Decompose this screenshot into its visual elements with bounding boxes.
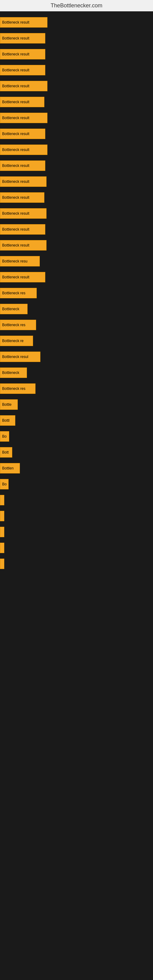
site-title: TheBottlenecker.com <box>0 0 153 11</box>
bottleneck-bar: Bottleneck result <box>0 192 45 203</box>
bottleneck-bar: Bottleneck result <box>0 145 48 155</box>
bottleneck-bar: Bottleneck result <box>0 33 45 43</box>
bar-row: Bottleneck resu <box>0 253 153 269</box>
bar-row: Bottleneck result <box>0 269 153 285</box>
bottleneck-bar <box>0 495 4 505</box>
bar-row: Bottleneck result <box>0 62 153 78</box>
bar-row: Bottleneck result <box>0 142 153 158</box>
bar-row: Bottleneck res <box>0 381 153 396</box>
bar-row: Bo <box>0 428 153 444</box>
bottleneck-bar: Bottleneck re <box>0 336 33 346</box>
bar-row: Bottleneck result <box>0 173 153 189</box>
bottleneck-bar: Bottleneck result <box>0 240 46 250</box>
bottleneck-bar <box>0 542 4 553</box>
bar-row: Bottleneck resul <box>0 349 153 365</box>
bottleneck-bar: Bottleneck result <box>0 224 45 235</box>
bottleneck-bar: Bott <box>0 447 12 458</box>
bar-row: Bottleneck result <box>0 94 153 110</box>
bottleneck-bar: Bo <box>0 431 9 442</box>
bottleneck-bar: Bottleneck resul <box>0 352 40 362</box>
bottleneck-bar: Bottleneck res <box>0 288 37 298</box>
bar-row <box>0 556 153 572</box>
bottleneck-bar <box>0 511 4 521</box>
bottleneck-bar: Bottleneck resu <box>0 256 40 266</box>
bottleneck-bar: Bottlen <box>0 463 20 474</box>
bottleneck-bar <box>0 527 4 537</box>
bar-row: Bottleneck result <box>0 126 153 142</box>
bar-row: Bottleneck result <box>0 205 153 221</box>
bottleneck-bar: Bottleneck <box>0 368 27 378</box>
bottleneck-bar: Bottleneck result <box>0 97 45 107</box>
bar-row: Bottleneck <box>0 365 153 381</box>
bottleneck-bar: Bottleneck res <box>0 383 35 394</box>
bottleneck-bar: Bottleneck result <box>0 81 48 91</box>
bar-row: Bottleneck <box>0 301 153 317</box>
bar-row: Bottleneck result <box>0 189 153 205</box>
bar-row: Bottleneck result <box>0 78 153 94</box>
bar-row: Bottleneck result <box>0 221 153 237</box>
bottleneck-bar: Bottleneck result <box>0 208 46 219</box>
bar-row <box>0 524 153 540</box>
bar-row: Bottleneck result <box>0 158 153 173</box>
bar-row: Bottleneck result <box>0 14 153 30</box>
bar-row: Bott <box>0 444 153 460</box>
bottleneck-bar: Bo <box>0 479 9 489</box>
bar-row: Bo <box>0 476 153 492</box>
bar-row: Bottleneck result <box>0 30 153 46</box>
bottleneck-bar: Bottle <box>0 399 18 410</box>
bottleneck-bar: Bottleneck result <box>0 161 45 171</box>
bar-row <box>0 508 153 524</box>
bottleneck-bar: Bottleneck <box>0 304 27 314</box>
bar-row: Bottleneck res <box>0 317 153 333</box>
bar-row <box>0 492 153 508</box>
bottleneck-bar: Bottleneck result <box>0 17 48 27</box>
bar-row: Bottl <box>0 412 153 428</box>
bar-row: Bottleneck result <box>0 110 153 126</box>
bar-row: Bottleneck res <box>0 285 153 301</box>
bottleneck-bar: Bottleneck result <box>0 129 45 139</box>
bar-row: Bottlen <box>0 460 153 476</box>
bottleneck-bar: Bottleneck result <box>0 113 48 123</box>
bottleneck-bar <box>0 558 4 569</box>
bottleneck-bar: Bottleneck result <box>0 177 46 187</box>
bottleneck-bar: Bottleneck result <box>0 49 45 59</box>
bars-container: Bottleneck resultBottleneck resultBottle… <box>0 11 153 575</box>
bottleneck-bar: Bottleneck result <box>0 272 45 282</box>
bar-row: Bottleneck result <box>0 237 153 253</box>
site-title-text: TheBottlenecker.com <box>51 2 102 9</box>
bar-row <box>0 540 153 556</box>
bar-row: Bottleneck result <box>0 46 153 62</box>
bottleneck-bar: Bottleneck res <box>0 320 36 330</box>
bar-row: Bottleneck re <box>0 333 153 349</box>
bottleneck-bar: Bottl <box>0 415 15 426</box>
bar-row: Bottle <box>0 396 153 412</box>
bottleneck-bar: Bottleneck result <box>0 65 45 75</box>
